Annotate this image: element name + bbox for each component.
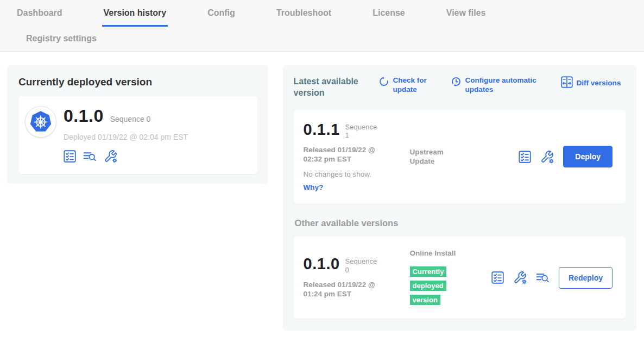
deploy-button[interactable]: Deploy bbox=[563, 146, 613, 167]
edit-config-icon[interactable] bbox=[513, 271, 527, 284]
preflight-checks-icon[interactable] bbox=[64, 150, 76, 163]
diff-versions-label: Diff versions bbox=[577, 79, 621, 88]
view-logs-icon[interactable] bbox=[83, 150, 97, 163]
view-logs-icon[interactable] bbox=[536, 271, 550, 284]
configure-automatic-updates-label: Configure automatic updates bbox=[465, 76, 537, 95]
preflight-checks-icon[interactable] bbox=[519, 151, 531, 163]
latest-sequence-label: Sequence 1 bbox=[345, 123, 379, 140]
latest-changes-note: No changes to show. bbox=[304, 170, 410, 178]
other-version-row: 0.1.0 Sequence 0 Released 01/19/22 @ 01:… bbox=[294, 237, 626, 319]
diff-versions-link[interactable]: Diff versions bbox=[561, 76, 621, 90]
diff-icon bbox=[561, 76, 573, 90]
configure-automatic-updates-link[interactable]: Configure automatic updates bbox=[451, 76, 537, 95]
check-for-update-link[interactable]: Check for update bbox=[378, 76, 432, 95]
edit-config-icon[interactable] bbox=[104, 150, 117, 163]
currently-deployed-badge-wrap: Currently deployed version bbox=[410, 264, 453, 307]
preflight-checks-icon[interactable] bbox=[491, 271, 504, 284]
latest-source-label: Upstream Update bbox=[410, 147, 457, 166]
currently-deployed-badge: Currently deployed version bbox=[410, 266, 447, 305]
deployed-version-number: 0.1.0 bbox=[64, 106, 104, 126]
currently-deployed-title: Currently deployed version bbox=[18, 76, 257, 88]
available-versions-card: Latest available version Check for updat… bbox=[283, 65, 636, 331]
why-link[interactable]: Why? bbox=[304, 183, 324, 191]
currently-deployed-card: Currently deployed version bbox=[7, 65, 268, 184]
kubernetes-logo-icon bbox=[25, 106, 56, 138]
tab-config[interactable]: Config bbox=[206, 8, 237, 27]
tab-version-history[interactable]: Version history bbox=[102, 8, 168, 27]
tab-troubleshoot[interactable]: Troubleshoot bbox=[275, 8, 333, 27]
refresh-icon bbox=[378, 76, 389, 89]
redeploy-button[interactable]: Redeploy bbox=[559, 267, 613, 289]
other-source-label: Online Install bbox=[410, 248, 457, 258]
deployed-timestamp: Deployed 01/19/22 @ 02:04 pm EST bbox=[64, 133, 188, 141]
edit-config-icon[interactable] bbox=[540, 150, 554, 164]
tab-registry-settings[interactable]: Registry settings bbox=[24, 34, 98, 50]
tab-dashboard[interactable]: Dashboard bbox=[15, 8, 64, 27]
other-released-timestamp: Released 01/19/22 @ 01:24 pm EST bbox=[304, 280, 395, 299]
latest-available-title: Latest available version bbox=[294, 76, 365, 99]
deployed-version-box: 0.1.0 Sequence 0 Deployed 01/19/22 @ 02:… bbox=[18, 96, 257, 174]
latest-version-row: 0.1.1 Sequence 1 Released 01/19/22 @ 02:… bbox=[294, 110, 626, 204]
check-for-update-label: Check for update bbox=[393, 76, 432, 95]
deployed-version-details: 0.1.0 Sequence 0 Deployed 01/19/22 @ 02:… bbox=[64, 106, 188, 163]
other-sequence-label: Sequence 0 bbox=[345, 257, 379, 274]
latest-version-details: 0.1.1 Sequence 1 Released 01/19/22 @ 02:… bbox=[304, 122, 410, 192]
tab-license[interactable]: License bbox=[371, 8, 407, 27]
latest-released-timestamp: Released 01/19/22 @ 02:32 pm EST bbox=[304, 145, 395, 164]
other-version-details: 0.1.0 Sequence 0 Released 01/19/22 @ 01:… bbox=[304, 256, 410, 299]
schedule-update-icon bbox=[451, 76, 462, 89]
other-version-number: 0.1.0 bbox=[304, 256, 340, 272]
deployed-sequence-label: Sequence 0 bbox=[110, 115, 151, 123]
top-nav: Dashboard Version history Config Trouble… bbox=[0, 0, 644, 52]
nav-row-secondary: Registry settings bbox=[0, 27, 644, 52]
latest-version-number: 0.1.1 bbox=[304, 122, 340, 138]
tab-view-files[interactable]: View files bbox=[445, 8, 488, 27]
nav-row-primary: Dashboard Version history Config Trouble… bbox=[0, 0, 644, 27]
main-content: Currently deployed version bbox=[0, 52, 644, 331]
available-versions-header: Latest available version Check for updat… bbox=[294, 76, 626, 99]
other-available-versions-heading: Other available versions bbox=[295, 218, 626, 228]
